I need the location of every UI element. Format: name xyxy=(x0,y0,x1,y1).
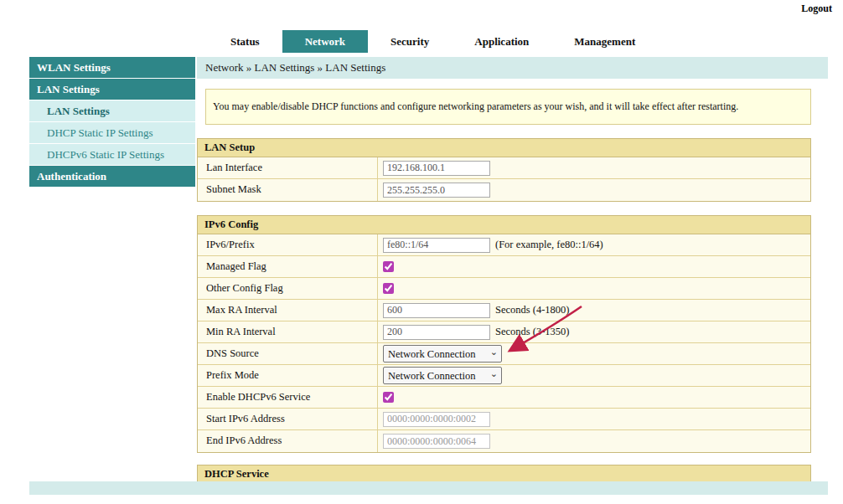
max-ra-interval-row: Max RA Interval Seconds (4-1800) xyxy=(198,300,810,321)
lan-interface-input[interactable] xyxy=(383,161,490,176)
end-ipv6-input[interactable] xyxy=(383,434,490,449)
lan-setup-section: LAN Setup Lan Interface Subnet Mask xyxy=(197,138,811,202)
managed-flag-checkbox[interactable] xyxy=(383,261,394,272)
sidebar-item-dhcpv6-static-ip[interactable]: DHCPv6 Static IP Settings xyxy=(29,144,195,165)
dns-source-row: DNS Source Network Connection ⌄ xyxy=(198,343,810,365)
top-nav: Status Network Security Application Mana… xyxy=(208,30,658,53)
lan-interface-label: Lan Interface xyxy=(198,157,378,178)
managed-flag-row: Managed Flag xyxy=(198,256,810,278)
ipv6-prefix-input[interactable] xyxy=(383,238,490,253)
footer-strip xyxy=(29,481,828,495)
sidebar-item-lan-settings-group[interactable]: LAN Settings xyxy=(29,79,195,100)
enable-dhcpv6-label: Enable DHCPv6 Service xyxy=(198,387,378,408)
min-ra-interval-input[interactable] xyxy=(383,325,490,340)
other-config-flag-row: Other Config Flag xyxy=(198,278,810,300)
ipv6-prefix-row: IPv6/Prefix (For example, fe80::1/64) xyxy=(198,234,810,256)
router-admin-page: Logout Status Network Security Applicati… xyxy=(0,0,843,504)
max-ra-interval-input[interactable] xyxy=(383,303,490,318)
tab-security[interactable]: Security xyxy=(368,30,452,53)
min-ra-interval-label: Min RA Interval xyxy=(198,321,378,342)
subnet-mask-input[interactable] xyxy=(383,183,490,198)
end-ipv6-row: End IPv6 Address xyxy=(198,430,810,452)
dns-source-label: DNS Source xyxy=(198,343,378,364)
ipv6-prefix-label: IPv6/Prefix xyxy=(198,234,378,255)
enable-dhcpv6-checkbox[interactable] xyxy=(383,392,394,403)
other-config-flag-label: Other Config Flag xyxy=(198,278,378,299)
enable-dhcpv6-row: Enable DHCPv6 Service xyxy=(198,387,810,409)
prefix-mode-label: Prefix Mode xyxy=(198,365,378,386)
lan-setup-header: LAN Setup xyxy=(198,139,810,157)
tab-application[interactable]: Application xyxy=(452,30,551,53)
main-content: Network » LAN Settings » LAN Settings Yo… xyxy=(197,57,828,484)
subnet-mask-label: Subnet Mask xyxy=(198,179,378,201)
breadcrumb: Network » LAN Settings » LAN Settings xyxy=(197,57,828,79)
min-ra-interval-row: Min RA Interval Seconds (3-1350) xyxy=(198,321,810,343)
min-ra-interval-hint: Seconds (3-1350) xyxy=(495,326,570,338)
ipv6-prefix-hint: (For example, fe80::1/64) xyxy=(495,239,603,251)
prefix-mode-select[interactable]: Network Connection xyxy=(383,367,502,384)
subnet-mask-row: Subnet Mask xyxy=(198,179,810,201)
sidebar-item-dhcp-static-ip[interactable]: DHCP Static IP Settings xyxy=(29,122,195,143)
start-ipv6-input[interactable] xyxy=(383,412,490,427)
notice-box: You may enable/disable DHCP functions an… xyxy=(205,89,811,125)
tab-status[interactable]: Status xyxy=(208,30,282,53)
ipv6-config-section: IPv6 Config IPv6/Prefix (For example, fe… xyxy=(197,215,811,453)
sidebar-item-lan-settings[interactable]: LAN Settings xyxy=(29,100,195,121)
max-ra-interval-hint: Seconds (4-1800) xyxy=(495,304,570,316)
end-ipv6-label: End IPv6 Address xyxy=(198,430,378,452)
ipv6-config-header: IPv6 Config xyxy=(198,216,810,234)
tab-management[interactable]: Management xyxy=(551,30,658,53)
sidebar-item-authentication[interactable]: Authentication xyxy=(29,166,195,187)
sidebar: WLAN Settings LAN Settings LAN Settings … xyxy=(29,57,195,188)
start-ipv6-label: Start IPv6 Address xyxy=(198,409,378,429)
tab-network[interactable]: Network xyxy=(282,30,368,53)
dns-source-select[interactable]: Network Connection xyxy=(383,345,502,363)
prefix-mode-row: Prefix Mode Network Connection ⌄ xyxy=(198,365,810,387)
lan-interface-row: Lan Interface xyxy=(198,157,810,179)
start-ipv6-row: Start IPv6 Address xyxy=(198,409,810,430)
other-config-flag-checkbox[interactable] xyxy=(383,283,394,294)
managed-flag-label: Managed Flag xyxy=(198,256,378,277)
max-ra-interval-label: Max RA Interval xyxy=(198,300,378,321)
logout-link[interactable]: Logout xyxy=(801,3,832,15)
sidebar-item-wlan-settings[interactable]: WLAN Settings xyxy=(29,57,195,78)
